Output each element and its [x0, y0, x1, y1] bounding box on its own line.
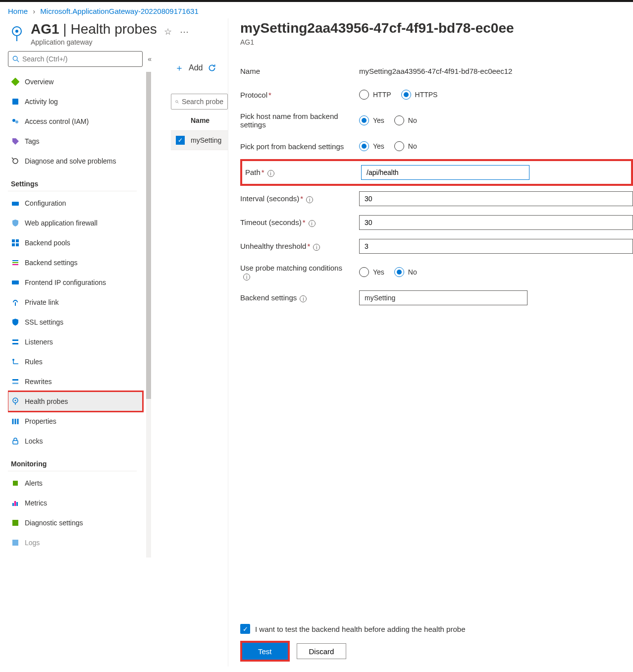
nav-rules[interactable]: Rules	[8, 352, 151, 372]
label-protocol: Protocol*	[240, 91, 359, 99]
svg-rect-15	[16, 243, 19, 246]
label-interval: Interval (seconds)*i	[240, 194, 359, 203]
nav-label: Logs	[25, 539, 40, 547]
svg-rect-19	[12, 280, 19, 284]
list-header-name[interactable]: Name	[171, 110, 228, 131]
test-button-highlight: Test	[240, 641, 290, 662]
nav-ssl-settings[interactable]: SSL settings	[8, 312, 151, 332]
nav-locks[interactable]: Locks	[8, 431, 151, 451]
search-icon	[12, 56, 19, 62]
dropdown-value: mySetting	[365, 294, 395, 302]
test-before-add-checkbox[interactable]: ✓	[240, 624, 250, 634]
radio-matching-yes[interactable]: Yes	[359, 267, 384, 277]
row-name: mySetting	[191, 136, 221, 144]
nav-alerts[interactable]: Alerts	[8, 473, 151, 493]
nav-search[interactable]	[8, 51, 143, 67]
nav-metrics[interactable]: Metrics	[8, 493, 151, 513]
radio-label: HTTP	[373, 91, 391, 99]
nav-listeners[interactable]: Listeners	[8, 332, 151, 352]
test-button[interactable]: Test	[242, 643, 288, 660]
activity-log-icon	[11, 97, 20, 106]
nav-label: Frontend IP configurations	[25, 279, 106, 286]
probe-search[interactable]: Search probe	[171, 94, 228, 110]
breadcrumb-home[interactable]: Home	[8, 7, 28, 15]
radio-http[interactable]: HTTP	[359, 90, 391, 100]
lock-icon	[11, 437, 20, 446]
radio-label: Yes	[373, 116, 384, 124]
nav-properties[interactable]: Properties	[8, 411, 151, 431]
logs-icon	[11, 538, 20, 547]
nav-activity-log[interactable]: Activity log	[8, 92, 151, 112]
svg-rect-5	[11, 78, 19, 86]
svg-rect-13	[16, 239, 19, 242]
info-icon[interactable]: i	[309, 220, 316, 227]
nav-label: Private link	[25, 298, 58, 306]
radio-label: No	[408, 142, 417, 150]
nav-backend-pools[interactable]: Backend pools	[8, 233, 151, 253]
info-icon[interactable]: i	[300, 295, 307, 302]
radio-pickhost-yes[interactable]: Yes	[359, 115, 384, 125]
radio-label: No	[408, 116, 417, 124]
input-interval[interactable]	[359, 191, 633, 206]
nav-label: Configuration	[25, 199, 66, 207]
breadcrumb: Home › Microsoft.ApplicationGateway-2022…	[0, 2, 633, 18]
nav-diagnose[interactable]: Diagnose and solve problems	[8, 151, 151, 171]
nav-search-input[interactable]	[22, 55, 138, 63]
svg-rect-37	[14, 501, 16, 506]
row-checkbox[interactable]: ✓	[176, 136, 185, 145]
input-timeout[interactable]	[359, 215, 633, 230]
svg-point-3	[13, 56, 17, 60]
input-unhealthy[interactable]	[359, 239, 633, 254]
svg-rect-34	[13, 441, 18, 444]
nav-label: Rules	[25, 358, 43, 366]
radio-pickhost-no[interactable]: No	[394, 115, 417, 125]
nav-label: Health probes	[25, 397, 68, 405]
svg-rect-11	[12, 202, 19, 206]
nav-frontend-ip[interactable]: Frontend IP configurations	[8, 273, 151, 292]
svg-rect-26	[12, 379, 18, 381]
breadcrumb-deployment[interactable]: Microsoft.ApplicationGateway-20220809171…	[40, 7, 198, 15]
svg-line-4	[17, 60, 19, 62]
nav-scrollbar[interactable]	[146, 72, 152, 558]
listeners-icon	[11, 337, 20, 346]
info-icon[interactable]: i	[267, 170, 274, 177]
nav-backend-settings[interactable]: Backend settings	[8, 253, 151, 273]
info-icon[interactable]: i	[313, 244, 320, 251]
probe-list-area: ＋ Add Search probe Name ✓ mySetting	[171, 18, 228, 150]
dropdown-backend-settings[interactable]: mySetting	[359, 290, 528, 305]
nav-logs[interactable]: Logs	[8, 533, 151, 553]
probe-search-placeholder: Search probe	[182, 98, 223, 106]
nav-label: Overview	[25, 78, 53, 86]
radio-pickport-yes[interactable]: Yes	[359, 141, 384, 151]
svg-point-7	[12, 119, 15, 122]
radio-matching-no[interactable]: No	[394, 267, 417, 277]
nav-health-probes[interactable]: Health probes	[8, 392, 143, 411]
label-backend-settings: Backend settingsi	[240, 293, 359, 302]
info-icon[interactable]: i	[306, 196, 313, 203]
probe-row[interactable]: ✓ mySetting	[171, 131, 228, 150]
input-path[interactable]	[361, 165, 529, 180]
resource-type: Application gateway	[31, 38, 157, 46]
discard-button[interactable]: Discard	[297, 643, 347, 659]
add-button[interactable]: Add	[189, 63, 203, 72]
alerts-icon	[11, 479, 20, 488]
nav-private-link[interactable]: Private link	[8, 292, 151, 312]
nav-rewrites[interactable]: Rewrites	[8, 372, 151, 392]
nav-iam[interactable]: Access control (IAM)	[8, 112, 151, 131]
radio-pickport-no[interactable]: No	[394, 141, 417, 151]
svg-point-9	[13, 159, 18, 164]
add-icon[interactable]: ＋	[175, 62, 184, 74]
refresh-icon[interactable]	[208, 63, 216, 72]
nav-tags[interactable]: Tags	[8, 131, 151, 151]
panel-title: mySetting2aa43956-47cf-4f91-bd78-ec0ee	[240, 18, 633, 36]
backend-settings-icon	[11, 258, 20, 267]
nav-waf[interactable]: Web application firewall	[8, 213, 151, 233]
svg-point-23	[12, 359, 14, 361]
nav-configuration[interactable]: Configuration	[8, 193, 151, 213]
nav-diagnostic-settings[interactable]: Diagnostic settings	[8, 513, 151, 533]
collapse-nav-icon[interactable]: «	[148, 55, 152, 63]
panel-subtitle: AG1	[240, 38, 633, 46]
radio-https[interactable]: HTTPS	[401, 90, 438, 100]
nav-overview[interactable]: Overview	[8, 72, 151, 92]
info-icon[interactable]: i	[243, 274, 250, 280]
